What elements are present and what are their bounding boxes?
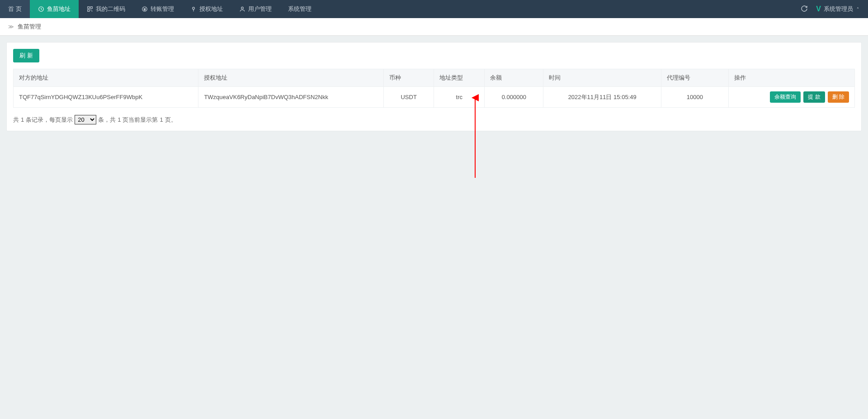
th-balance: 余额 bbox=[485, 69, 543, 87]
pager-records-suffix: 条记录，每页显示 bbox=[26, 116, 73, 124]
cell-addr-type: trc bbox=[434, 87, 485, 108]
pager-per-page-suffix: 条，共 bbox=[98, 116, 116, 124]
delete-button[interactable]: 删 除 bbox=[828, 91, 849, 103]
pagination: 共 1 条记录，每页显示 102050100 条，共 1 页当前显示第 1 页。 bbox=[13, 115, 855, 124]
nav-left: 首 页 鱼苗地址 我的二维码 转账管理 授权地址 bbox=[0, 0, 320, 18]
nav-item-transfer[interactable]: 转账管理 bbox=[133, 0, 182, 18]
th-actions: 操作 bbox=[728, 69, 854, 87]
nav-right: V 系统管理员 ˄ bbox=[801, 0, 868, 18]
th-agent-code: 代理编号 bbox=[661, 69, 728, 87]
top-nav: 首 页 鱼苗地址 我的二维码 转账管理 授权地址 bbox=[0, 0, 868, 18]
cell-time: 2022年11月11日 15:05:49 bbox=[543, 87, 661, 108]
table-header-row: 对方的地址 授权地址 币种 地址类型 余额 时间 代理编号 操作 bbox=[14, 69, 855, 87]
nav-item-label: 系统管理 bbox=[288, 5, 311, 13]
refresh-icon[interactable] bbox=[801, 5, 808, 14]
cell-auth-address: TWzqueaVK6RyDaNpiB7DvWQ3hADFSN2Nkk bbox=[198, 87, 383, 108]
th-time: 时间 bbox=[543, 69, 661, 87]
cell-actions: 余额查询 提 款 删 除 bbox=[728, 87, 854, 108]
cell-coin: USDT bbox=[383, 87, 434, 108]
svg-point-8 bbox=[241, 7, 243, 9]
th-auth-address: 授权地址 bbox=[198, 69, 383, 87]
nav-item-auth-address[interactable]: 授权地址 bbox=[182, 0, 231, 18]
svg-rect-4 bbox=[90, 10, 91, 10]
clock-icon bbox=[38, 6, 44, 12]
pager-total-records: 1 bbox=[21, 116, 24, 123]
nav-item-user-mgmt[interactable]: 用户管理 bbox=[231, 0, 280, 18]
cell-counter-address: TQF77qSirnYDGHQWZ13KUu6PSerFF9WbpK bbox=[14, 87, 198, 108]
pager-tail: 页。 bbox=[165, 116, 177, 124]
user-name: 系统管理员 bbox=[824, 5, 853, 13]
table-row: TQF77qSirnYDGHQWZ13KUu6PSerFF9WbpK TWzqu… bbox=[14, 87, 855, 108]
nav-item-label: 我的二维码 bbox=[96, 5, 125, 13]
nav-item-label: 转账管理 bbox=[151, 5, 174, 13]
breadcrumb-title: 鱼苗管理 bbox=[18, 23, 41, 31]
svg-point-7 bbox=[192, 7, 194, 10]
location-icon bbox=[190, 6, 197, 12]
qrcode-icon bbox=[87, 6, 93, 12]
cell-agent-code: 10000 bbox=[661, 87, 728, 108]
nav-item-qrcode[interactable]: 我的二维码 bbox=[79, 0, 133, 18]
nav-item-label: 授权地址 bbox=[199, 5, 223, 13]
pager-current-page: 1 bbox=[160, 116, 163, 123]
th-addr-type: 地址类型 bbox=[434, 69, 485, 87]
yen-icon bbox=[142, 6, 148, 12]
per-page-select[interactable]: 102050100 bbox=[75, 115, 96, 124]
svg-rect-1 bbox=[87, 7, 89, 9]
nav-item-system-mgmt[interactable]: 系统管理 bbox=[280, 0, 320, 18]
cell-balance: 0.000000 bbox=[485, 87, 543, 108]
refresh-button[interactable]: 刷 新 bbox=[13, 49, 39, 62]
user-icon bbox=[239, 6, 245, 12]
pager-prefix: 共 bbox=[13, 116, 19, 124]
nav-item-fish-address[interactable]: 鱼苗地址 bbox=[30, 0, 79, 18]
th-coin: 币种 bbox=[383, 69, 434, 87]
svg-rect-5 bbox=[91, 11, 92, 12]
breadcrumb: ≫ 鱼苗管理 bbox=[0, 18, 868, 36]
svg-rect-2 bbox=[90, 7, 92, 9]
pager-page-word: 页当前显示第 bbox=[123, 116, 158, 124]
balance-query-button[interactable]: 余额查询 bbox=[770, 91, 801, 103]
th-counter-address: 对方的地址 bbox=[14, 69, 198, 87]
nav-item-label: 用户管理 bbox=[248, 5, 272, 13]
data-table: 对方的地址 授权地址 币种 地址类型 余额 时间 代理编号 操作 TQF77qS… bbox=[13, 69, 855, 108]
content-panel: 刷 新 对方的地址 授权地址 币种 地址类型 余额 时间 代理编号 操作 TQF… bbox=[6, 42, 862, 131]
nav-item-home[interactable]: 首 页 bbox=[0, 0, 30, 18]
svg-rect-3 bbox=[87, 10, 89, 11]
chevron-double-right-icon: ≫ bbox=[8, 24, 14, 30]
chevron-up-icon: ˄ bbox=[857, 7, 859, 12]
main-wrap: 刷 新 对方的地址 授权地址 币种 地址类型 余额 时间 代理编号 操作 TQF… bbox=[0, 36, 868, 138]
pager-total-pages: 1 bbox=[118, 116, 121, 123]
user-menu[interactable]: V 系统管理员 ˄ bbox=[816, 5, 859, 13]
nav-item-label: 鱼苗地址 bbox=[47, 5, 71, 13]
withdraw-button[interactable]: 提 款 bbox=[803, 91, 825, 103]
v-logo-icon: V bbox=[816, 5, 821, 13]
nav-item-label: 首 页 bbox=[8, 5, 22, 13]
